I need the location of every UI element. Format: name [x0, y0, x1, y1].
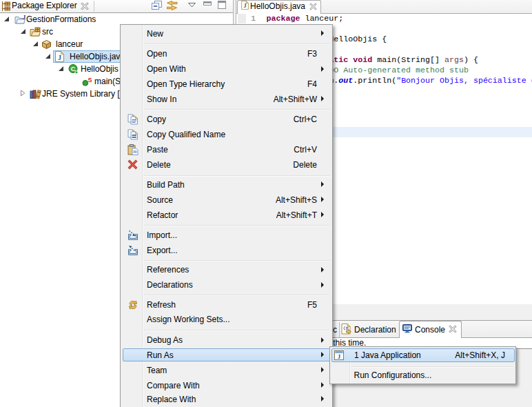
svg-text:J: J	[243, 3, 246, 9]
svg-text:J: J	[58, 54, 61, 61]
svg-text:J: J	[23, 14, 25, 21]
svg-text:J: J	[338, 353, 341, 360]
svg-text:S: S	[88, 77, 92, 83]
svg-text:C: C	[71, 66, 76, 72]
